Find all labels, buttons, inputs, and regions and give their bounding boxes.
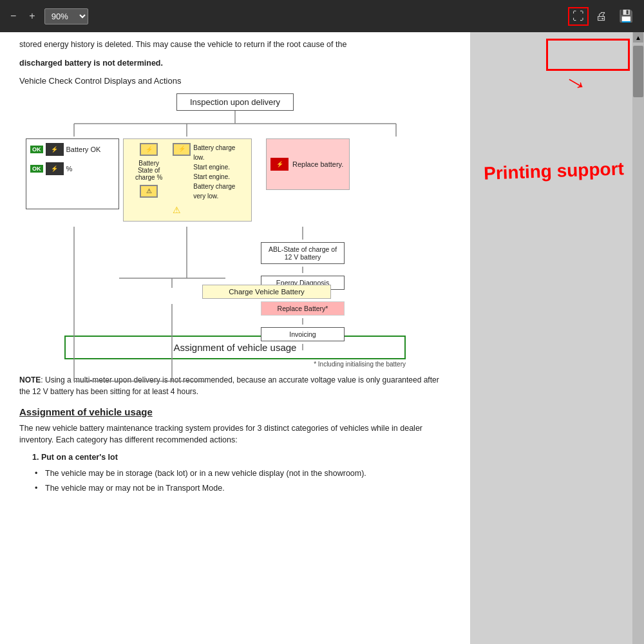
battery-pct-label: % <box>66 165 73 173</box>
left-connector-svg <box>26 227 254 407</box>
printing-support-label: Printing support <box>483 158 625 184</box>
yellow-charge-icon: ⚡ <box>173 143 191 156</box>
red-box-highlight <box>546 39 630 71</box>
charge-vehicle-box: Charge Vehicle Battery <box>107 285 331 303</box>
battery-icon-ok-1: ⚡ <box>46 143 64 156</box>
connector-svg-top <box>26 111 444 137</box>
toolbar: − + 90% 100% 75% ⛶ 🖨 💾 <box>0 0 644 32</box>
print-button[interactable]: 🖨 <box>591 7 612 26</box>
left-area: Charge Vehicle Battery <box>26 227 254 409</box>
right-panel: → Printing support ▲ <box>470 32 644 644</box>
bullet-item-1: The vehicle may be in storage (back lot)… <box>45 468 451 480</box>
zoom-select[interactable]: 90% 100% 75% <box>44 8 88 24</box>
zoom-in-button[interactable]: + <box>25 8 39 24</box>
replace-battery-label: Replace battery. <box>292 160 343 168</box>
battery-icon-ok-2: ⚡ <box>46 162 64 175</box>
scrollbar[interactable]: ▲ <box>632 32 644 644</box>
document-area: stored energy history is deleted. This m… <box>0 32 470 644</box>
ok-row-1: OK ⚡ Battery OK <box>30 143 115 156</box>
battery-icon-warn: ⚠ <box>140 185 158 198</box>
scroll-up-arrow[interactable]: ▲ <box>633 32 643 43</box>
yellow-label: Battery State of charge % <box>128 160 170 181</box>
battery-ok-box: OK ⚡ Battery OK OK ⚡ % <box>26 138 119 209</box>
boxes-row: OK ⚡ Battery OK OK ⚡ % <box>26 138 444 222</box>
red-arrow: → <box>558 63 594 101</box>
battery-icon-red: ⚡ <box>270 158 289 171</box>
ok-badge: OK <box>30 146 43 153</box>
flowchart-container: Inspection upon delivery <box>19 93 451 368</box>
toolbar-right-icons: ⛶ 🖨 💾 <box>568 6 638 26</box>
scrollbar-thumb[interactable] <box>633 46 643 97</box>
inspection-box: Inspection upon delivery <box>176 93 294 111</box>
numbered-item-1: 1. Put on a center's lot <box>32 451 451 464</box>
yellow-left: ⚡ Battery State of charge % ⚠ <box>128 143 170 217</box>
flow-diagram: Inspection upon delivery <box>26 93 444 368</box>
fullscreen-button[interactable]: ⛶ <box>568 7 589 26</box>
ok-badge-2: OK <box>30 165 43 173</box>
battery-ok-label: Battery OK <box>66 146 101 153</box>
replace-battery-pink-box: Replace Battery* <box>261 301 345 316</box>
abl-box: ABL-State of charge of 12 V battery <box>261 242 345 264</box>
battery-replace-box: ⚡ Replace battery. <box>266 138 350 190</box>
main-layout: stored energy history is deleted. This m… <box>0 32 644 644</box>
zoom-out-button[interactable]: − <box>6 8 20 24</box>
right-area: ABL-State of charge of 12 V battery Ener… <box>261 227 354 409</box>
battery-icon-yellow-1: ⚡ <box>140 143 158 156</box>
section-title: Vehicle Check Control Displays and Actio… <box>19 76 451 86</box>
intro-pre-text: stored energy history is deleted. This m… <box>19 39 451 51</box>
top-node: Inspection upon delivery <box>26 93 444 111</box>
ok-row-2: OK ⚡ % <box>30 162 115 175</box>
yellow-right: ⚡ Battery charge low.Start engine.Start … <box>173 143 247 217</box>
bullet-item-2: The vehicle may or may not be in Transpo… <box>45 482 451 495</box>
battery-yellow-box: ⚡ Battery State of charge % ⚠ ⚡ <box>123 138 252 222</box>
right-top-connector <box>261 227 354 240</box>
intro-bold-text: discharged battery is not determined. <box>19 57 451 70</box>
charge-box: Charge Vehicle Battery <box>202 285 331 299</box>
invoicing-box: Invoicing <box>261 327 345 341</box>
middle-section: Charge Vehicle Battery ABL-State of char… <box>26 227 444 409</box>
save-button[interactable]: 💾 <box>614 6 638 26</box>
body-text: The new vehicle battery maintenance trac… <box>19 422 451 447</box>
